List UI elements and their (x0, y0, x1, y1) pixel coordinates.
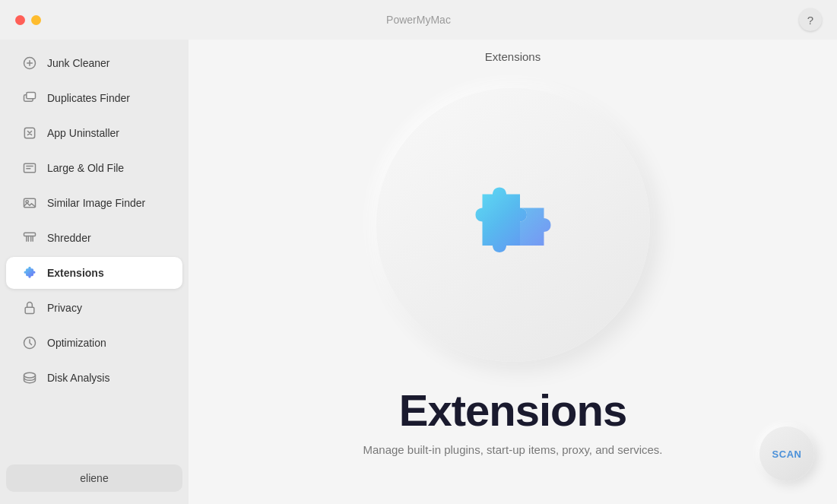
sidebar-item-label: App Uninstaller (47, 127, 119, 139)
sidebar-item-extensions[interactable]: Extensions (6, 257, 182, 289)
svg-point-10 (24, 372, 36, 378)
privacy-icon (21, 300, 38, 316)
similar-image-finder-icon (21, 195, 38, 211)
title-bar: PowerMyMac ? (0, 0, 837, 40)
sidebar-item-disk-analysis[interactable]: Disk Analysis (6, 362, 182, 394)
sidebar-item-large-old-file[interactable]: Large & Old File (6, 152, 182, 184)
svg-rect-4 (24, 163, 36, 173)
user-pill[interactable]: eliene (6, 464, 182, 492)
traffic-lights (15, 15, 41, 25)
sidebar-item-label: Extensions (47, 267, 104, 279)
duplicates-finder-icon (21, 90, 38, 106)
sidebar-item-label: Shredder (47, 232, 91, 244)
help-button[interactable]: ? (799, 8, 822, 31)
sidebar-item-similar-image-finder[interactable]: Similar Image Finder (6, 187, 182, 219)
content-area: Extensions Extensions Manage b (189, 40, 837, 504)
header-label: Extensions (485, 50, 541, 63)
sidebar-item-label: Disk Analysis (47, 372, 109, 384)
minimize-button[interactable] (31, 15, 41, 25)
sidebar-item-junk-cleaner[interactable]: Junk Cleaner (6, 47, 182, 79)
extensions-icon (21, 265, 38, 281)
sidebar-item-label: Large & Old File (47, 162, 124, 174)
sidebar-item-app-uninstaller[interactable]: App Uninstaller (6, 117, 182, 149)
app-title: PowerMyMac (386, 14, 451, 26)
content-header: Extensions (189, 40, 837, 74)
sidebar-item-label: Similar Image Finder (47, 197, 145, 209)
close-button[interactable] (15, 15, 25, 25)
svg-rect-2 (27, 93, 36, 99)
large-old-file-icon (21, 160, 38, 176)
main-layout: Junk Cleaner Duplicates Finder App Unins… (0, 40, 837, 504)
shredder-icon (21, 230, 38, 246)
sidebar-item-duplicates-finder[interactable]: Duplicates Finder (6, 82, 182, 114)
disk-analysis-icon (21, 369, 38, 386)
svg-rect-8 (25, 307, 34, 313)
optimization-icon (21, 334, 38, 351)
sidebar: Junk Cleaner Duplicates Finder App Unins… (0, 40, 189, 504)
sidebar-bottom: eliene (0, 458, 189, 498)
sidebar-item-label: Duplicates Finder (47, 92, 130, 104)
sidebar-item-privacy[interactable]: Privacy (6, 292, 182, 324)
svg-rect-7 (24, 233, 36, 236)
scan-button[interactable]: SCAN (759, 426, 814, 481)
app-uninstaller-icon (21, 125, 38, 141)
sidebar-item-optimization[interactable]: Optimization (6, 327, 182, 359)
sidebar-item-label: Optimization (47, 337, 106, 349)
content-subtitle: Manage built-in plugins, start-up items,… (363, 443, 662, 456)
junk-cleaner-icon (21, 55, 38, 71)
puzzle-svg (445, 157, 582, 293)
sidebar-item-shredder[interactable]: Shredder (6, 222, 182, 254)
sidebar-item-label: Privacy (47, 302, 82, 314)
content-title: Extensions (399, 385, 626, 436)
extensions-icon-circle (376, 88, 650, 362)
sidebar-item-label: Junk Cleaner (47, 57, 110, 69)
